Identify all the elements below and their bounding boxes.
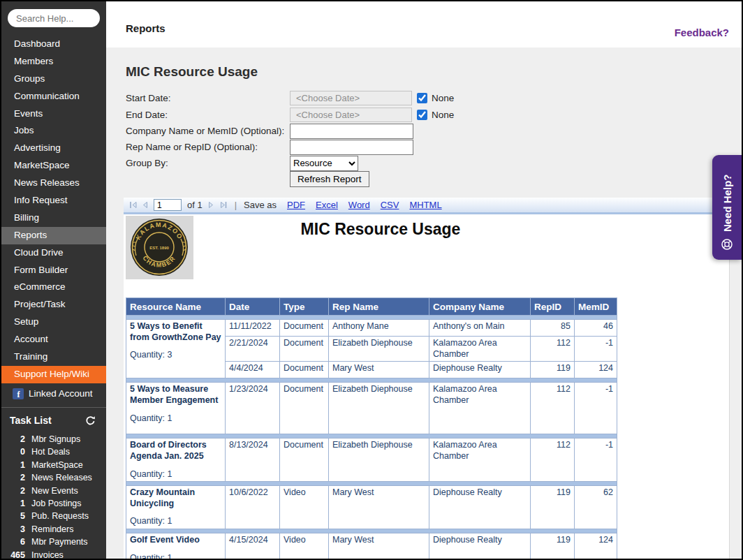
sidebar-item-jobs[interactable]: Jobs: [1, 122, 106, 140]
date-cell: 10/6/2022: [226, 486, 280, 529]
type-cell: Document: [280, 362, 329, 378]
resource-name: 5 Ways to Benefit from GrowthZone Pay: [130, 321, 221, 343]
rep-name-cell: Elizabeth Diephouse: [329, 337, 429, 362]
company-name-cell: Kalamazoo Area Chamber: [429, 439, 531, 482]
sidebar-item-billing[interactable]: Billing: [1, 209, 106, 227]
task-label: Mbr Signups: [31, 434, 80, 444]
app-window: DashboardMembersGroupsCommunicationEvent…: [0, 0, 743, 560]
search-input[interactable]: [8, 9, 100, 27]
type-cell: Document: [280, 337, 329, 362]
task-item-reminders[interactable]: 3Reminders: [1, 523, 106, 536]
export-link-csv[interactable]: CSV: [381, 200, 399, 210]
resource-quantity: Quantity: 1: [130, 516, 221, 527]
first-page-icon[interactable]: [128, 200, 138, 209]
feedback-link[interactable]: Feedback?: [675, 27, 729, 38]
sidebar-item-info-request[interactable]: Info Request: [1, 192, 106, 209]
sidebar-item-form-builder[interactable]: Form Builder: [1, 262, 106, 279]
task-item-news-releases[interactable]: 2News Releases: [1, 471, 106, 484]
mem-id-cell: 124: [575, 533, 617, 559]
sidebar-item-support-help-wiki[interactable]: Support Help/Wiki: [1, 366, 106, 383]
sidebar-item-project-task[interactable]: Project/Task: [1, 296, 106, 314]
resource-quantity: Quantity: 1: [130, 469, 221, 480]
column-header-resource-name: Resource Name: [126, 298, 226, 316]
task-item-mbr-signups[interactable]: 2Mbr Signups: [1, 433, 106, 445]
sidebar-nav: DashboardMembersGroupsCommunicationEvent…: [1, 36, 106, 383]
svg-text:EST. 1890: EST. 1890: [149, 246, 169, 250]
sidebar-item-dashboard[interactable]: Dashboard: [1, 36, 106, 53]
end-date-label: End Date:: [126, 110, 168, 120]
export-link-pdf[interactable]: PDF: [287, 200, 305, 210]
task-count: 2: [1, 434, 25, 444]
company-name-cell: Anthony's on Main: [429, 320, 531, 337]
task-label: Hot Deals: [31, 447, 70, 457]
page-count-label: of 1: [187, 200, 203, 210]
task-item-pub-requests[interactable]: 5Pub. Requests: [1, 510, 106, 522]
task-list: 2Mbr Signups0Hot Deals1MarketSpace2News …: [1, 433, 106, 559]
task-count: 5: [1, 511, 25, 521]
resource-quantity: Quantity: 1: [130, 553, 221, 559]
export-link-excel[interactable]: Excel: [316, 200, 338, 210]
task-item-mbr-payments[interactable]: 6Mbr Payments: [1, 536, 106, 548]
end-date-none-checkbox[interactable]: [417, 110, 427, 120]
start-date-none-checkbox[interactable]: [417, 93, 427, 103]
page-title: Reports: [126, 22, 165, 34]
sidebar-item-events[interactable]: Events: [1, 105, 106, 123]
resource-cell: 5 Ways to Benefit from GrowthZone PayQua…: [126, 320, 226, 378]
last-page-icon[interactable]: [219, 200, 228, 209]
page-header: Reports Feedback?: [106, 1, 743, 47]
need-help-label: Need Help?: [721, 174, 733, 232]
export-link-word[interactable]: Word: [348, 200, 370, 210]
rep-id-cell: 119: [531, 486, 575, 529]
sidebar-item-members[interactable]: Members: [1, 53, 106, 71]
table-row: Board of Directors Agenda Jan. 2025Quant…: [126, 439, 617, 482]
sidebar-item-groups[interactable]: Groups: [1, 71, 106, 88]
date-cell: 4/4/2024: [226, 362, 280, 378]
task-label: Invoices: [31, 550, 64, 559]
date-cell: 2/21/2024: [226, 337, 280, 362]
task-item-marketspace[interactable]: 1MarketSpace: [1, 459, 106, 471]
resource-name: 5 Ways to Measure Member Engagement: [130, 384, 221, 406]
company-field[interactable]: [290, 124, 413, 139]
resource-quantity: Quantity: 1: [130, 413, 221, 425]
need-help-tab[interactable]: Need Help?: [712, 155, 742, 260]
task-item-hot-deals[interactable]: 0Hot Deals: [1, 445, 106, 458]
column-header-date: Date: [226, 298, 280, 316]
refresh-report-button[interactable]: Refresh Report: [290, 171, 369, 187]
rep-name-cell: Elizabeth Diephouse: [329, 383, 429, 434]
task-item-new-events[interactable]: 2New Events: [1, 484, 106, 496]
sidebar-item-setup[interactable]: Setup: [1, 314, 106, 331]
company-name-cell: Kalamazoo Area Chamber: [429, 337, 531, 362]
page-number-input[interactable]: [154, 199, 182, 211]
refresh-icon[interactable]: [84, 415, 96, 427]
end-date-input[interactable]: [290, 108, 412, 122]
sidebar-item-advertising[interactable]: Advertising: [1, 140, 106, 157]
sidebar-item-training[interactable]: Training: [1, 348, 106, 366]
sidebar-item-news-releases[interactable]: News Releases: [1, 175, 106, 192]
task-item-job-postings[interactable]: 1Job Postings: [1, 497, 106, 510]
sidebar-item-linked-account[interactable]: f Linked Account: [1, 383, 106, 404]
mem-id-cell: -1: [575, 439, 617, 482]
sidebar-item-account[interactable]: Account: [1, 331, 106, 348]
sidebar-item-marketspace[interactable]: MarketSpace: [1, 157, 106, 175]
resource-quantity: Quantity: 3: [130, 350, 221, 361]
task-item-invoices[interactable]: 465Invoices: [1, 548, 106, 559]
rep-id-cell: 112: [531, 383, 575, 434]
start-date-input[interactable]: [290, 91, 412, 105]
sidebar-item-cloud-drive[interactable]: Cloud Drive: [1, 244, 106, 262]
type-cell: Document: [280, 320, 329, 337]
table-row: 5 Ways to Benefit from GrowthZone PayQua…: [126, 320, 617, 337]
sidebar-item-ecommerce[interactable]: eCommerce: [1, 279, 106, 296]
report-viewer: of 1 | Save as PDFExcelWordCSVMHTML: [124, 198, 730, 559]
sidebar: DashboardMembersGroupsCommunicationEvent…: [1, 1, 106, 559]
group-by-select[interactable]: Resource: [290, 156, 358, 171]
sidebar-item-reports[interactable]: Reports: [1, 227, 106, 244]
task-label: New Events: [31, 486, 78, 496]
resource-name: Crazy Mountain Unicycling: [130, 487, 221, 509]
rep-id-cell: 119: [531, 533, 575, 559]
next-page-icon[interactable]: [207, 200, 216, 209]
export-link-mhtml[interactable]: MHTML: [409, 200, 441, 210]
save-links: PDFExcelWordCSVMHTML: [277, 200, 442, 210]
prev-page-icon[interactable]: [140, 200, 149, 209]
rep-field[interactable]: [290, 140, 413, 155]
sidebar-item-communication[interactable]: Communication: [1, 88, 106, 105]
